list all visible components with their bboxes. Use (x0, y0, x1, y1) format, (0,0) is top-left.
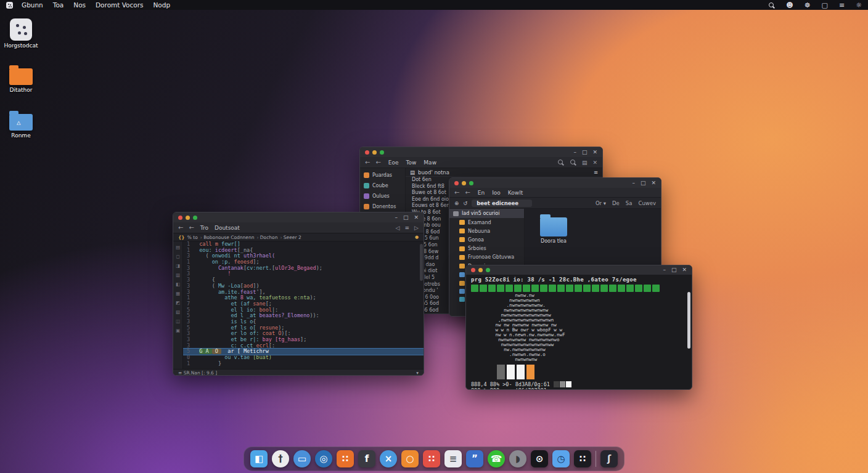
minimize-traffic-light[interactable] (462, 181, 466, 185)
search-icon[interactable] (570, 159, 576, 166)
activity-icon[interactable]: ▥ (176, 272, 180, 278)
activity-icon[interactable]: ◩ (176, 300, 180, 305)
menu-item[interactable]: Doromt Vocors (96, 1, 143, 9)
back-icon[interactable]: ← (365, 159, 370, 166)
dock-close-blue-app-icon[interactable]: × (380, 450, 397, 467)
activity-icon[interactable]: ◧ (176, 281, 180, 287)
close-button[interactable]: ✕ (592, 150, 597, 155)
sidebar-item[interactable]: Donentos (360, 201, 405, 212)
dock-chat-blue-app-icon[interactable]: ” (466, 450, 483, 467)
desktop-icon-app[interactable]: Horgstodcat (5, 18, 37, 49)
maximize-button[interactable]: □ (582, 150, 588, 155)
tree-item[interactable]: Fruonoae Gbtuvwa (449, 253, 524, 262)
fm2-titlebar[interactable]: – □ ✕ (449, 178, 661, 188)
editor-menu-item[interactable]: Tro (200, 225, 208, 231)
tree-item[interactable]: Srboies (449, 245, 524, 253)
prev-icon[interactable]: ◁ (396, 225, 400, 231)
fm2-folder-item[interactable]: Doora tlea (536, 217, 571, 244)
minimize-traffic-light[interactable] (372, 150, 377, 155)
desktop-icon-folder-orange[interactable]: Ditathor (5, 64, 37, 93)
status-chevron-icon[interactable]: ▾ (416, 370, 419, 376)
list-options-icon[interactable]: ≡ (594, 169, 598, 176)
search-icon[interactable] (557, 159, 564, 166)
close-traffic-light[interactable] (365, 150, 369, 155)
search-icon[interactable] (768, 2, 775, 9)
maximize-traffic-light[interactable] (193, 216, 197, 220)
view-list-icon[interactable]: ▤ (582, 160, 588, 166)
code-line[interactable]: 1 } (183, 361, 424, 367)
activity-icon[interactable]: ▧ (176, 309, 180, 315)
dock-media-app-icon[interactable]: ▭ (293, 450, 311, 467)
minimize-traffic-light[interactable] (186, 216, 190, 220)
dock-grid-red-app-icon[interactable]: ∷ (423, 450, 440, 467)
dock-files-app-icon[interactable]: ◧ (250, 450, 268, 467)
maximize-traffic-light[interactable] (486, 268, 490, 272)
view-option-button[interactable]: De (612, 200, 620, 206)
fm1-list-header[interactable]: ▤ buod' notna ≡ (406, 168, 602, 177)
activity-icon[interactable]: ▣ (176, 328, 180, 333)
editor-scrollbar[interactable] (420, 244, 423, 281)
forward-icon[interactable]: ← (375, 159, 380, 166)
menu-item[interactable]: En (478, 190, 485, 196)
spinner-icon[interactable]: ☼ (856, 2, 862, 9)
code-lines[interactable]: 1 call m fewr[]1 eou: icdeert[_na{3 ( on… (183, 241, 424, 369)
sidebar-item[interactable]: Coube (360, 180, 405, 191)
close-traffic-light[interactable] (454, 181, 459, 185)
activity-icon[interactable]: ◫ (176, 318, 180, 324)
tree-item[interactable]: Nebuuna (449, 227, 524, 235)
desktop-icon-folder-blue[interactable]: ▵ Ronme (5, 110, 37, 139)
settings-gear-icon[interactable]: ☸ (805, 2, 811, 9)
back-icon[interactable]: ← (178, 224, 183, 231)
close-panel-icon[interactable]: ✕ (592, 160, 597, 166)
forward-icon[interactable]: ← (465, 189, 470, 196)
menu-lines-icon[interactable]: ≡ (839, 2, 845, 9)
activity-icon[interactable]: ◨ (176, 263, 180, 269)
distro-logo-icon[interactable] (6, 2, 13, 9)
menu-item[interactable]: Maw (424, 160, 436, 166)
menu-item[interactable]: Eoe (388, 160, 399, 166)
maximize-button[interactable]: □ (671, 267, 677, 273)
fm1-titlebar[interactable]: – □ ✕ (360, 147, 602, 157)
breadcrumb-segment[interactable]: % to (187, 235, 198, 240)
forward-icon[interactable]: ← (189, 224, 194, 231)
close-button[interactable]: ✕ (651, 180, 656, 186)
minimize-button[interactable]: – (663, 267, 666, 273)
minimize-button[interactable]: – (395, 215, 398, 220)
menu-item[interactable]: Nos (73, 1, 86, 9)
minimize-button[interactable]: – (573, 150, 576, 155)
minimize-traffic-light[interactable] (478, 268, 483, 272)
dock-notes-app-icon[interactable]: ≡ (444, 450, 462, 467)
fm2-selected-place[interactable]: lad vin5 ocurioi (449, 209, 524, 218)
breadcrumb-segment[interactable]: Bobonouse Codnnenn (200, 235, 255, 240)
dock-dice-app-icon[interactable]: ∷ (574, 450, 591, 467)
chat-icon[interactable]: ☻ (786, 2, 793, 9)
menu-item[interactable]: Nodp (154, 1, 171, 9)
refresh-icon[interactable]: ↺ (463, 200, 467, 206)
menu-item[interactable]: Ioo (492, 190, 501, 196)
new-tab-icon[interactable]: ⊕ (454, 200, 459, 206)
dock-app-grid-orange-icon[interactable]: ∷ (337, 450, 354, 467)
dock-phone-app-icon[interactable]: ☎ (488, 450, 505, 467)
editor-titlebar[interactable]: – □ ✕ (173, 212, 424, 222)
code-line[interactable]: 3 ! (183, 271, 424, 277)
menu-item[interactable]: Tow (406, 160, 417, 166)
breadcrumb-segment[interactable]: Dochon (256, 235, 277, 240)
menu-item[interactable]: Kowlt (508, 190, 523, 196)
dock-compass-app-icon[interactable]: † (272, 450, 289, 467)
maximize-button[interactable]: □ (641, 180, 646, 186)
dock-clock-app-icon[interactable]: ◷ (552, 450, 570, 467)
terminal-titlebar[interactable]: – □ ✕ (466, 265, 692, 275)
tree-item[interactable]: Gonoa (449, 235, 524, 244)
close-traffic-light[interactable] (471, 268, 475, 272)
menu-item[interactable]: Gbunn (22, 1, 43, 9)
sidebar-item[interactable]: Puardas (360, 170, 405, 180)
maximize-button[interactable]: □ (403, 215, 409, 220)
activity-icon[interactable]: ▦ (176, 291, 180, 296)
minimize-button[interactable]: – (632, 180, 635, 186)
maximize-traffic-light[interactable] (469, 181, 473, 185)
dock-facebook-app-icon[interactable]: f (358, 450, 375, 467)
close-button[interactable]: ✕ (414, 215, 419, 220)
dock-browser-app-icon[interactable]: ◎ (315, 450, 332, 467)
dock-swirl-gray-app-icon[interactable]: ◗ (509, 450, 526, 467)
close-button[interactable]: ✕ (682, 267, 687, 273)
